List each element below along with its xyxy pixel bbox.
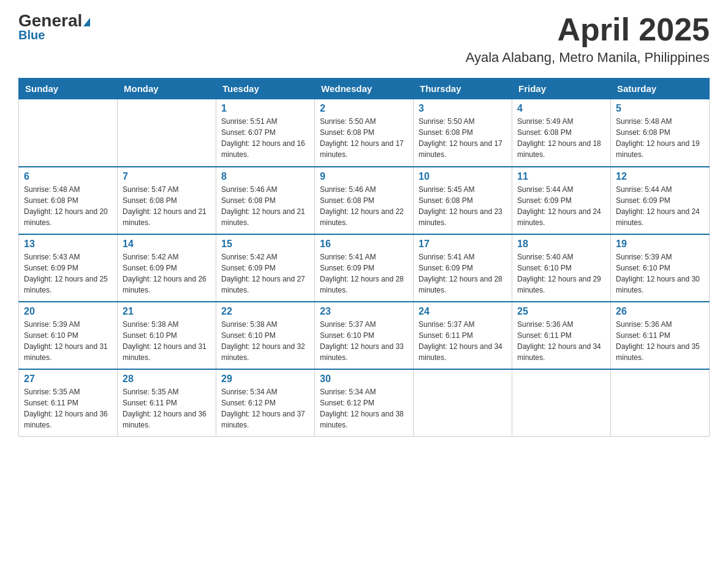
- calendar-cell: 6Sunrise: 5:48 AMSunset: 6:08 PMDaylight…: [19, 167, 118, 234]
- weekday-header-monday: Monday: [118, 79, 216, 99]
- day-number: 21: [123, 306, 211, 317]
- day-info: Sunrise: 5:35 AMSunset: 6:11 PMDaylight:…: [24, 386, 112, 431]
- calendar-cell: 27Sunrise: 5:35 AMSunset: 6:11 PMDayligh…: [19, 369, 118, 437]
- title-block: April 2025 Ayala Alabang, Metro Manila, …: [466, 12, 710, 66]
- calendar-week-row: 1Sunrise: 5:51 AMSunset: 6:07 PMDaylight…: [19, 99, 710, 167]
- calendar-cell: 2Sunrise: 5:50 AMSunset: 6:08 PMDaylight…: [315, 99, 414, 167]
- day-info: Sunrise: 5:34 AMSunset: 6:12 PMDaylight:…: [320, 386, 408, 431]
- calendar-cell: [414, 369, 512, 437]
- page-header: General Blue April 2025 Ayala Alabang, M…: [18, 12, 710, 66]
- day-info: Sunrise: 5:35 AMSunset: 6:11 PMDaylight:…: [123, 386, 211, 431]
- calendar-week-row: 6Sunrise: 5:48 AMSunset: 6:08 PMDaylight…: [19, 167, 710, 234]
- logo-text: General: [18, 12, 90, 29]
- day-number: 30: [320, 373, 408, 385]
- calendar-header-row: SundayMondayTuesdayWednesdayThursdayFrid…: [19, 79, 710, 99]
- day-info: Sunrise: 5:39 AMSunset: 6:10 PMDaylight:…: [616, 251, 704, 296]
- day-info: Sunrise: 5:48 AMSunset: 6:08 PMDaylight:…: [616, 116, 704, 160]
- calendar-cell: 9Sunrise: 5:46 AMSunset: 6:08 PMDaylight…: [315, 167, 414, 234]
- day-number: 6: [24, 171, 112, 182]
- day-number: 19: [616, 239, 704, 250]
- calendar-cell: 19Sunrise: 5:39 AMSunset: 6:10 PMDayligh…: [611, 234, 710, 302]
- calendar-cell: [512, 369, 611, 437]
- day-number: 8: [221, 171, 309, 182]
- day-number: 20: [24, 306, 112, 317]
- calendar-week-row: 27Sunrise: 5:35 AMSunset: 6:11 PMDayligh…: [19, 369, 710, 437]
- calendar-cell: 12Sunrise: 5:44 AMSunset: 6:09 PMDayligh…: [611, 167, 710, 234]
- day-number: 15: [221, 239, 309, 250]
- calendar-cell: 11Sunrise: 5:44 AMSunset: 6:09 PMDayligh…: [512, 167, 611, 234]
- day-info: Sunrise: 5:46 AMSunset: 6:08 PMDaylight:…: [320, 184, 408, 228]
- calendar-cell: 25Sunrise: 5:36 AMSunset: 6:11 PMDayligh…: [512, 302, 611, 369]
- calendar-week-row: 20Sunrise: 5:39 AMSunset: 6:10 PMDayligh…: [19, 302, 710, 369]
- day-info: Sunrise: 5:38 AMSunset: 6:10 PMDaylight:…: [221, 319, 309, 363]
- calendar-cell: 18Sunrise: 5:40 AMSunset: 6:10 PMDayligh…: [512, 234, 611, 302]
- calendar-cell: [611, 369, 710, 437]
- day-info: Sunrise: 5:49 AMSunset: 6:08 PMDaylight:…: [517, 116, 605, 160]
- day-info: Sunrise: 5:34 AMSunset: 6:12 PMDaylight:…: [221, 386, 309, 431]
- day-info: Sunrise: 5:42 AMSunset: 6:09 PMDaylight:…: [221, 251, 309, 296]
- day-info: Sunrise: 5:47 AMSunset: 6:08 PMDaylight:…: [123, 184, 211, 228]
- logo-blue-text: Blue: [18, 28, 45, 42]
- day-number: 5: [616, 103, 704, 114]
- day-number: 22: [221, 306, 309, 317]
- day-number: 23: [320, 306, 408, 317]
- day-info: Sunrise: 5:50 AMSunset: 6:08 PMDaylight:…: [320, 116, 408, 160]
- calendar-cell: 29Sunrise: 5:34 AMSunset: 6:12 PMDayligh…: [216, 369, 315, 437]
- calendar-table: SundayMondayTuesdayWednesdayThursdayFrid…: [18, 78, 710, 437]
- day-number: 4: [517, 103, 605, 114]
- calendar-cell: 21Sunrise: 5:38 AMSunset: 6:10 PMDayligh…: [118, 302, 216, 369]
- day-number: 25: [517, 306, 605, 317]
- day-number: 18: [517, 239, 605, 250]
- calendar-cell: [19, 99, 118, 167]
- calendar-cell: 4Sunrise: 5:49 AMSunset: 6:08 PMDaylight…: [512, 99, 611, 167]
- day-number: 10: [419, 171, 507, 182]
- calendar-cell: 10Sunrise: 5:45 AMSunset: 6:08 PMDayligh…: [414, 167, 512, 234]
- day-info: Sunrise: 5:46 AMSunset: 6:08 PMDaylight:…: [221, 184, 309, 228]
- day-info: Sunrise: 5:37 AMSunset: 6:11 PMDaylight:…: [419, 319, 507, 363]
- calendar-cell: 24Sunrise: 5:37 AMSunset: 6:11 PMDayligh…: [414, 302, 512, 369]
- day-number: 24: [419, 306, 507, 317]
- day-number: 3: [419, 103, 507, 114]
- day-number: 12: [616, 171, 704, 182]
- weekday-header-sunday: Sunday: [19, 79, 118, 99]
- calendar-cell: 20Sunrise: 5:39 AMSunset: 6:10 PMDayligh…: [19, 302, 118, 369]
- day-number: 2: [320, 103, 408, 114]
- day-info: Sunrise: 5:44 AMSunset: 6:09 PMDaylight:…: [517, 184, 605, 228]
- day-number: 9: [320, 171, 408, 182]
- day-info: Sunrise: 5:51 AMSunset: 6:07 PMDaylight:…: [221, 116, 309, 160]
- calendar-cell: 15Sunrise: 5:42 AMSunset: 6:09 PMDayligh…: [216, 234, 315, 302]
- day-number: 17: [419, 239, 507, 250]
- day-number: 29: [221, 373, 309, 385]
- calendar-cell: 23Sunrise: 5:37 AMSunset: 6:10 PMDayligh…: [315, 302, 414, 369]
- calendar-cell: 30Sunrise: 5:34 AMSunset: 6:12 PMDayligh…: [315, 369, 414, 437]
- day-info: Sunrise: 5:36 AMSunset: 6:11 PMDaylight:…: [517, 319, 605, 363]
- day-info: Sunrise: 5:50 AMSunset: 6:08 PMDaylight:…: [419, 116, 507, 160]
- calendar-cell: 13Sunrise: 5:43 AMSunset: 6:09 PMDayligh…: [19, 234, 118, 302]
- day-number: 13: [24, 239, 112, 250]
- weekday-header-tuesday: Tuesday: [216, 79, 315, 99]
- day-info: Sunrise: 5:37 AMSunset: 6:10 PMDaylight:…: [320, 319, 408, 363]
- day-number: 28: [123, 373, 211, 385]
- calendar-week-row: 13Sunrise: 5:43 AMSunset: 6:09 PMDayligh…: [19, 234, 710, 302]
- day-info: Sunrise: 5:41 AMSunset: 6:09 PMDaylight:…: [419, 251, 507, 296]
- calendar-cell: 5Sunrise: 5:48 AMSunset: 6:08 PMDaylight…: [611, 99, 710, 167]
- day-number: 1: [221, 103, 309, 114]
- calendar-cell: 3Sunrise: 5:50 AMSunset: 6:08 PMDaylight…: [414, 99, 512, 167]
- day-number: 11: [517, 171, 605, 182]
- calendar-cell: 14Sunrise: 5:42 AMSunset: 6:09 PMDayligh…: [118, 234, 216, 302]
- day-number: 27: [24, 373, 112, 385]
- weekday-header-thursday: Thursday: [414, 79, 512, 99]
- day-info: Sunrise: 5:43 AMSunset: 6:09 PMDaylight:…: [24, 251, 112, 296]
- calendar-cell: 28Sunrise: 5:35 AMSunset: 6:11 PMDayligh…: [118, 369, 216, 437]
- day-number: 26: [616, 306, 704, 317]
- day-number: 14: [123, 239, 211, 250]
- day-info: Sunrise: 5:45 AMSunset: 6:08 PMDaylight:…: [419, 184, 507, 228]
- day-info: Sunrise: 5:41 AMSunset: 6:09 PMDaylight:…: [320, 251, 408, 296]
- weekday-header-friday: Friday: [512, 79, 611, 99]
- calendar-cell: [118, 99, 216, 167]
- day-info: Sunrise: 5:40 AMSunset: 6:10 PMDaylight:…: [517, 251, 605, 296]
- day-number: 7: [123, 171, 211, 182]
- day-info: Sunrise: 5:38 AMSunset: 6:10 PMDaylight:…: [123, 319, 211, 363]
- day-number: 16: [320, 239, 408, 250]
- page-title: April 2025: [466, 12, 710, 47]
